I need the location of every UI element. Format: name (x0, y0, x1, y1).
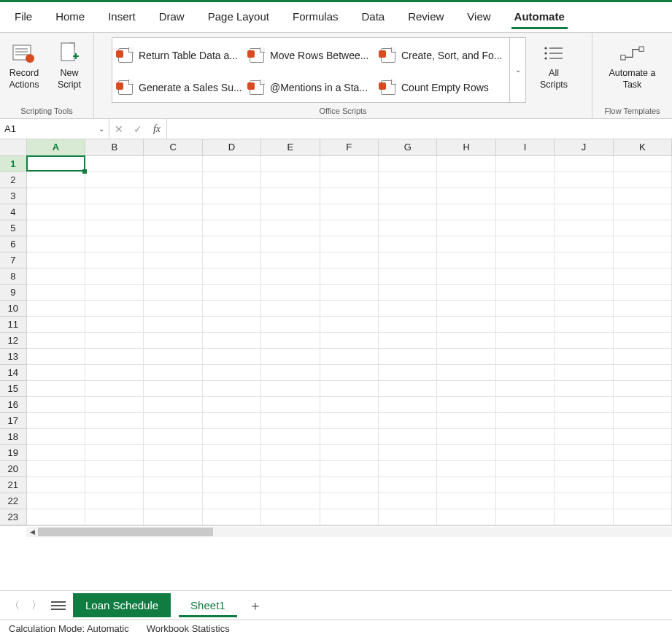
cell-B19[interactable] (85, 444, 144, 460)
cell-C4[interactable] (144, 204, 202, 220)
automate-task-button[interactable]: Automate a Task (600, 37, 665, 103)
cell-F16[interactable] (320, 396, 378, 412)
cell-J15[interactable] (555, 380, 613, 396)
cell-K14[interactable] (613, 364, 671, 380)
cell-G22[interactable] (379, 493, 437, 509)
column-header-E[interactable]: E (261, 139, 320, 155)
cell-D2[interactable] (202, 171, 260, 188)
cell-D3[interactable] (202, 188, 260, 204)
tab-insert[interactable]: Insert (98, 6, 146, 28)
cell-G18[interactable] (379, 428, 437, 444)
cell-D1[interactable] (202, 155, 260, 171)
cell-D5[interactable] (202, 220, 260, 236)
cell-K4[interactable] (613, 204, 671, 220)
cell-C13[interactable] (144, 348, 202, 364)
cell-E3[interactable] (261, 188, 320, 204)
cell-H21[interactable] (437, 476, 495, 493)
cell-B8[interactable] (85, 268, 144, 284)
cell-B6[interactable] (85, 236, 144, 252)
cell-A16[interactable] (26, 396, 85, 412)
cell-G8[interactable] (379, 268, 437, 284)
cell-E18[interactable] (261, 428, 320, 444)
cell-G13[interactable] (379, 348, 437, 364)
cell-K13[interactable] (613, 348, 671, 364)
cell-E14[interactable] (261, 364, 320, 380)
cell-H3[interactable] (437, 188, 495, 204)
cell-K7[interactable] (613, 252, 671, 268)
tab-automate[interactable]: Automate (504, 6, 575, 28)
cell-F9[interactable] (320, 284, 378, 300)
row-header-3[interactable]: 3 (0, 188, 26, 204)
cell-J4[interactable] (555, 204, 613, 220)
cell-A11[interactable] (26, 316, 85, 332)
cell-E22[interactable] (261, 493, 320, 509)
cell-K10[interactable] (613, 300, 671, 316)
cell-J2[interactable] (555, 171, 613, 188)
cell-J18[interactable] (555, 428, 613, 444)
sheet-tab-sheet1[interactable]: Sheet1 (178, 593, 238, 617)
cell-F11[interactable] (320, 316, 378, 332)
row-header-10[interactable]: 10 (0, 300, 26, 316)
cell-C1[interactable] (144, 155, 202, 171)
cell-A12[interactable] (26, 332, 85, 348)
cell-I12[interactable] (495, 332, 554, 348)
cell-J21[interactable] (555, 476, 613, 493)
script-mentions[interactable]: @Mentions in a Sta... (245, 72, 376, 104)
cell-I6[interactable] (495, 236, 554, 252)
cell-I9[interactable] (495, 284, 554, 300)
formula-input[interactable] (166, 119, 672, 139)
row-header-7[interactable]: 7 (0, 252, 26, 268)
insert-function-button[interactable]: fx (147, 119, 166, 139)
cell-B21[interactable] (85, 476, 144, 493)
cell-D8[interactable] (202, 268, 260, 284)
cell-G12[interactable] (379, 332, 437, 348)
cell-J8[interactable] (555, 268, 613, 284)
formula-enter-button[interactable]: ✓ (128, 119, 147, 139)
cell-I5[interactable] (495, 220, 554, 236)
cell-D7[interactable] (202, 252, 260, 268)
cell-F8[interactable] (320, 268, 378, 284)
cell-J1[interactable] (555, 155, 613, 171)
cell-G7[interactable] (379, 252, 437, 268)
cell-D16[interactable] (202, 396, 260, 412)
gallery-dropdown[interactable]: ⌄ (509, 38, 525, 102)
cell-C9[interactable] (144, 284, 202, 300)
column-header-D[interactable]: D (202, 139, 260, 155)
cell-D20[interactable] (202, 460, 260, 476)
cell-A15[interactable] (26, 380, 85, 396)
add-sheet-button[interactable]: ＋ (245, 595, 266, 616)
cell-E21[interactable] (261, 476, 320, 493)
cell-F7[interactable] (320, 252, 378, 268)
cell-E10[interactable] (261, 300, 320, 316)
cell-D13[interactable] (202, 348, 260, 364)
cell-F22[interactable] (320, 493, 378, 509)
cell-G3[interactable] (379, 188, 437, 204)
row-header-23[interactable]: 23 (0, 509, 26, 525)
cell-I3[interactable] (495, 188, 554, 204)
cell-E13[interactable] (261, 348, 320, 364)
cell-E16[interactable] (261, 396, 320, 412)
scroll-thumb[interactable] (38, 528, 213, 536)
status-calc-mode[interactable]: Calculation Mode: Automatic (9, 623, 129, 634)
cell-C7[interactable] (144, 252, 202, 268)
cell-H18[interactable] (437, 428, 495, 444)
cell-F21[interactable] (320, 476, 378, 493)
cell-C10[interactable] (144, 300, 202, 316)
cell-K1[interactable] (613, 155, 671, 171)
cell-D4[interactable] (202, 204, 260, 220)
column-header-A[interactable]: A (26, 139, 85, 155)
cell-A8[interactable] (26, 268, 85, 284)
column-header-C[interactable]: C (144, 139, 202, 155)
cell-D11[interactable] (202, 316, 260, 332)
cell-A20[interactable] (26, 460, 85, 476)
cell-A10[interactable] (26, 300, 85, 316)
cell-G4[interactable] (379, 204, 437, 220)
cell-D9[interactable] (202, 284, 260, 300)
column-header-H[interactable]: H (437, 139, 495, 155)
cell-K17[interactable] (613, 412, 671, 428)
row-header-5[interactable]: 5 (0, 220, 26, 236)
row-header-17[interactable]: 17 (0, 412, 26, 428)
cell-A19[interactable] (26, 444, 85, 460)
cell-C23[interactable] (144, 509, 202, 525)
row-header-9[interactable]: 9 (0, 284, 26, 300)
